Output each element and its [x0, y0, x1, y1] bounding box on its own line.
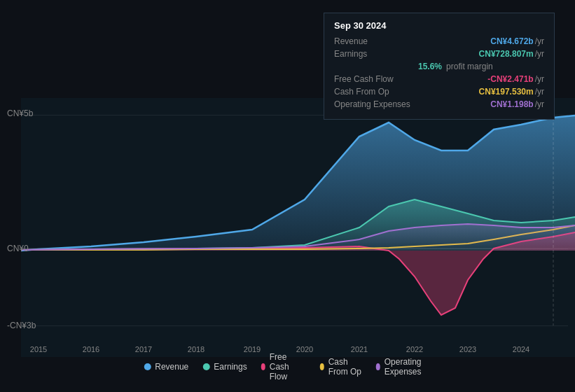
tooltip-row-opex: Operating Expenses CN¥1.198b/yr [334, 99, 544, 109]
x-label-2024: 2024 [513, 345, 529, 354]
tooltip-row-earnings: Earnings CN¥728.807m/yr [334, 49, 544, 59]
tooltip-row-revenue: Revenue CN¥4.672b/yr [334, 36, 544, 46]
y-label-5b: CN¥5b [7, 108, 33, 118]
tooltip-date: Sep 30 2024 [334, 20, 544, 31]
legend-item-opex[interactable]: Operating Expenses [376, 357, 431, 377]
legend-label-opex: Operating Expenses [385, 357, 431, 377]
legend-label-revenue: Revenue [155, 362, 188, 372]
tooltip-label-revenue: Revenue [334, 36, 418, 46]
legend-dot-revenue [144, 363, 151, 370]
tooltip: Sep 30 2024 Revenue CN¥4.672b/yr Earning… [324, 13, 555, 120]
legend-dot-opex [376, 363, 380, 370]
tooltip-row-fcf: Free Cash Flow -CN¥2.471b/yr [334, 74, 544, 84]
legend: Revenue Earnings Free Cash Flow Cash Fro… [144, 352, 431, 382]
tooltip-value-opex: CN¥1.198b/yr [490, 99, 544, 109]
y-label-neg3b: -CN¥3b [7, 321, 36, 330]
legend-item-fcf[interactable]: Free Cash Flow [261, 352, 306, 382]
x-label-2023: 2023 [459, 345, 476, 354]
x-label-2015: 2015 [30, 345, 47, 354]
tooltip-profit-margin: 15.6% profit margin [334, 62, 544, 71]
legend-dot-cashfromop [320, 363, 324, 370]
profit-margin-pct: 15.6% [418, 62, 442, 71]
tooltip-row-cashfromop: Cash From Op CN¥197.530m/yr [334, 87, 544, 97]
tooltip-label-opex: Operating Expenses [334, 99, 418, 109]
tooltip-label-fcf: Free Cash Flow [334, 74, 418, 84]
tooltip-value-cashfromop: CN¥197.530m/yr [479, 87, 544, 97]
tooltip-label-earnings: Earnings [334, 49, 418, 59]
legend-dot-earnings [202, 363, 209, 370]
y-label-0: CN¥0 [7, 244, 29, 253]
tooltip-value-earnings: CN¥728.807m/yr [479, 49, 544, 59]
x-label-2016: 2016 [83, 345, 99, 354]
legend-item-revenue[interactable]: Revenue [144, 362, 188, 372]
chart-container: CN¥5b CN¥0 -CN¥3b 2015 2016 2017 2018 20… [0, 0, 575, 392]
legend-dot-fcf [261, 363, 265, 370]
legend-label-fcf: Free Cash Flow [270, 352, 306, 382]
tooltip-value-fcf: -CN¥2.471b/yr [487, 74, 544, 84]
profit-margin-text: profit margin [446, 62, 493, 71]
legend-item-cashfromop[interactable]: Cash From Op [320, 357, 362, 377]
legend-label-cashfromop: Cash From Op [328, 357, 362, 377]
legend-item-earnings[interactable]: Earnings [202, 362, 247, 372]
tooltip-label-cashfromop: Cash From Op [334, 87, 418, 97]
tooltip-value-revenue: CN¥4.672b/yr [490, 36, 544, 46]
legend-label-earnings: Earnings [214, 362, 247, 372]
